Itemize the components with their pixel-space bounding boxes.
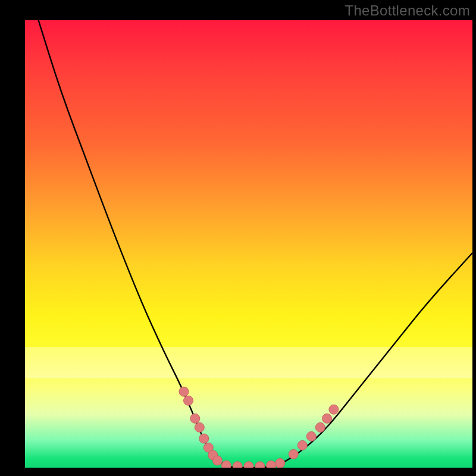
data-point bbox=[221, 461, 231, 468]
data-point bbox=[306, 431, 316, 441]
data-point bbox=[275, 459, 285, 468]
pale-band bbox=[25, 347, 472, 378]
bottleneck-curve bbox=[39, 20, 472, 468]
data-point bbox=[298, 440, 307, 450]
data-point bbox=[329, 405, 339, 414]
data-point bbox=[315, 422, 325, 432]
chart-frame: TheBottleneck.com bbox=[0, 0, 476, 476]
data-point bbox=[322, 414, 332, 423]
data-point bbox=[212, 456, 222, 465]
data-point bbox=[233, 462, 242, 468]
watermark-text: TheBottleneck.com bbox=[345, 2, 470, 19]
scatter-dots bbox=[179, 387, 339, 468]
data-point bbox=[190, 414, 200, 423]
data-point bbox=[267, 461, 276, 468]
chart-svg bbox=[25, 20, 472, 468]
data-point bbox=[255, 462, 265, 468]
data-point bbox=[195, 422, 204, 432]
data-point bbox=[289, 449, 298, 459]
data-point bbox=[184, 396, 193, 405]
data-point bbox=[199, 434, 209, 443]
data-point bbox=[179, 387, 189, 396]
data-point bbox=[244, 462, 253, 468]
plot-area bbox=[25, 20, 472, 468]
